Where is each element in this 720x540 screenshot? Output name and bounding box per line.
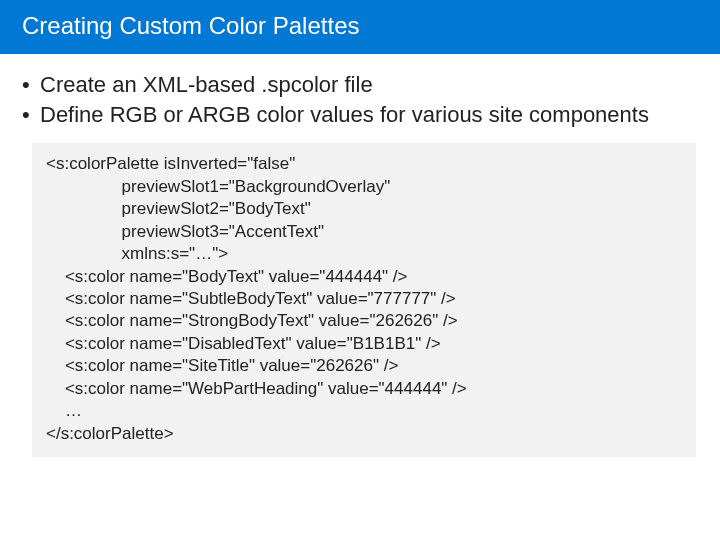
code-line: <s:color name="BodyText" value="444444" …: [46, 267, 408, 286]
code-sample: <s:colorPalette isInverted="false" previ…: [32, 143, 696, 457]
code-line: previewSlot2="BodyText": [46, 199, 311, 218]
code-line: xmlns:s="…">: [46, 244, 228, 263]
code-line: <s:colorPalette isInverted="false": [46, 154, 295, 173]
code-line: <s:color name="WebPartHeading" value="44…: [46, 379, 467, 398]
code-line: <s:color name="StrongBodyText" value="26…: [46, 311, 458, 330]
bullet-item: Create an XML-based .spcolor file: [22, 70, 698, 100]
slide-title: Creating Custom Color Palettes: [22, 12, 359, 39]
code-line: <s:color name="SubtleBodyText" value="77…: [46, 289, 456, 308]
bullet-text: Create an XML-based .spcolor file: [40, 72, 373, 97]
code-line: previewSlot3="AccentText": [46, 222, 324, 241]
code-line: <s:color name="SiteTitle" value="262626"…: [46, 356, 398, 375]
bullet-list: Create an XML-based .spcolor file Define…: [22, 70, 698, 129]
bullet-item: Define RGB or ARGB color values for vari…: [22, 100, 698, 130]
code-line: …: [46, 401, 82, 420]
code-line: previewSlot1="BackgroundOverlay": [46, 177, 390, 196]
code-line: </s:colorPalette>: [46, 424, 174, 443]
slide-content: Create an XML-based .spcolor file Define…: [0, 54, 720, 457]
bullet-text: Define RGB or ARGB color values for vari…: [40, 102, 649, 127]
slide-title-bar: Creating Custom Color Palettes: [0, 0, 720, 54]
code-line: <s:color name="DisabledText" value="B1B1…: [46, 334, 441, 353]
